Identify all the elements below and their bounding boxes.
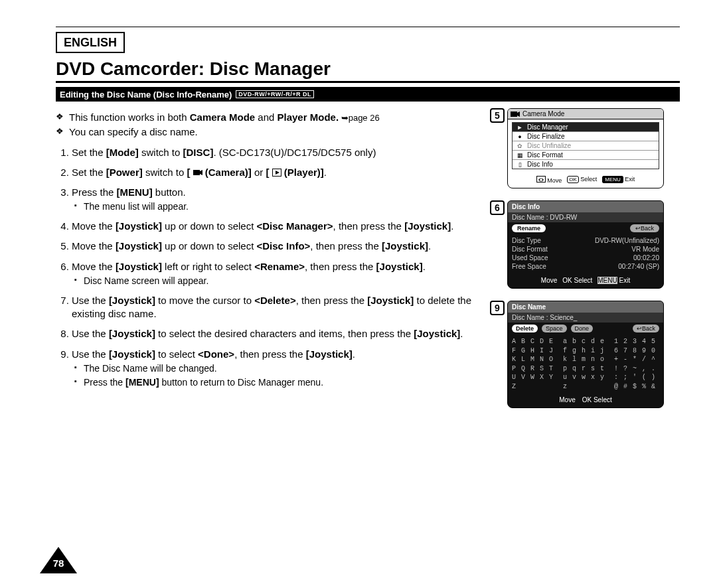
screen9-disc-name: Disc Name : Science_ <box>508 313 663 323</box>
rename-button[interactable]: Rename <box>512 224 546 232</box>
disc-unfinalize-icon: ✿ <box>515 143 524 149</box>
kb-row: U V W X Y u v w x y : ; ' ( ) <box>512 374 656 381</box>
media-types-badge: DVD-RW/+RW/-R/+R DL <box>236 90 314 98</box>
language-badge: ENGLISH <box>56 32 125 53</box>
step-5: Move the [Joystick] up or down to select… <box>72 240 498 253</box>
figure-number-6: 6 <box>490 200 505 215</box>
kb-row: A B C D E a b c d e 1 2 3 4 5 <box>512 338 656 345</box>
content-columns: This function works in both Camera Mode … <box>56 108 680 420</box>
screen5-title-bar: Camera Mode <box>508 109 663 119</box>
ok-key-icon: OK <box>582 396 592 404</box>
screen6-details: Disc TypeDVD-RW(Unfinalized) Disc Format… <box>508 234 663 274</box>
screen6-disc-name: Disc Name : DVD-RW <box>508 212 663 222</box>
page-number-value: 78 <box>40 557 77 569</box>
figure-6: 6 Disc Info Disc Name : DVD-RW Rename ↩B… <box>507 200 680 289</box>
ok-key-icon: OK <box>567 176 579 183</box>
step-7: Use the [Joystick] to move the cursor to… <box>72 294 498 321</box>
kb-row: K L M N O k l m n o + - * / ^ <box>512 356 656 363</box>
kb-row: P Q R S T p q r s t ! ? ~ , . <box>512 365 656 372</box>
player-icon <box>272 169 281 177</box>
info-row-disc-format: Disc FormatVR Mode <box>512 246 659 253</box>
svg-marker-1 <box>200 170 202 175</box>
step-8: Use the [Joystick] to select the desired… <box>72 327 498 340</box>
menu-item-disc-info[interactable]: ▯Disc Info <box>513 159 659 169</box>
page-number: 78 <box>40 547 77 573</box>
kb-row: F G H I J f g h i j 6 7 8 9 0 <box>512 347 656 354</box>
menu-item-disc-unfinalize: ✿Disc Unfinalize <box>513 141 659 150</box>
info-row-disc-type: Disc TypeDVD-RW(Unfinalized) <box>512 237 659 244</box>
steps-list: Set the [Mode] switch to [DISC]. (SC-DC1… <box>56 146 498 389</box>
screen-disc-name-keyboard: Disc Name Disc Name : Science_ Delete Sp… <box>507 301 664 408</box>
figure-number-5: 5 <box>490 108 505 123</box>
svg-rect-0 <box>193 170 200 175</box>
step-9: Use the [Joystick] to select <Done>, the… <box>72 348 498 389</box>
step-2: Set the [Power] switch to [ (Camera)] or… <box>72 166 498 179</box>
figure-9: 9 Disc Name Disc Name : Science_ Delete … <box>507 301 680 408</box>
camera-icon <box>511 111 520 117</box>
disc-manager-icon: ► <box>515 124 524 131</box>
disc-finalize-icon: ● <box>515 133 524 140</box>
page-title: DVD Camcorder: Disc Manager <box>56 58 680 83</box>
intro-bullet-2: You can specify a disc name. <box>69 125 498 139</box>
step-6-sub: Disc Name screen will appear. <box>84 275 498 287</box>
screen6-button-row: Rename ↩Back <box>508 222 663 234</box>
menu-key-icon: MENU <box>598 277 617 284</box>
step-3: Press the [MENU] button. The menu list w… <box>72 186 498 213</box>
manual-page: ENGLISH DVD Camcorder: Disc Manager Edit… <box>0 0 717 588</box>
info-row-free-space: Free Space00:27:40 (SP) <box>512 263 659 270</box>
section-header: Editing the Disc Name (Disc Info-Rename)… <box>56 87 680 102</box>
disc-format-icon: ▦ <box>515 152 524 159</box>
step-6: Move the [Joystick] left or right to sel… <box>72 260 498 287</box>
screen9-title: Disc Name <box>508 301 663 313</box>
info-row-used-space: Used Space00:02:20 <box>512 254 659 261</box>
figures-column: 5 Camera Mode ►Disc Manager ●Disc Finali… <box>507 108 680 420</box>
joystick-arrows-icon <box>536 176 546 183</box>
step-9-sub-1: The Disc Name will be changed. <box>84 362 498 375</box>
step-9-sub-2: Press the [MENU] button to return to Dis… <box>84 376 498 389</box>
done-button[interactable]: Done <box>571 325 594 332</box>
space-button[interactable]: Space <box>542 325 567 332</box>
menu-item-disc-finalize[interactable]: ●Disc Finalize <box>513 131 659 141</box>
instructions-column: This function works in both Camera Mode … <box>56 108 498 420</box>
svg-rect-4 <box>511 111 517 117</box>
disc-info-icon: ▯ <box>515 161 524 168</box>
step-4: Move the [Joystick] up or down to select… <box>72 220 498 233</box>
kb-row: Z z @ # $ % & <box>512 383 656 390</box>
section-title: Editing the Disc Name (Disc Info-Rename) <box>60 90 232 100</box>
back-button[interactable]: ↩Back <box>633 325 659 332</box>
figure-number-9: 9 <box>490 301 505 315</box>
screen5-nav-hints: Move OK Select MENU Exit <box>508 173 663 188</box>
menu-item-disc-manager[interactable]: ►Disc Manager <box>513 123 659 131</box>
menu-item-disc-format[interactable]: ▦Disc Format <box>513 150 659 159</box>
delete-button[interactable]: Delete <box>512 325 538 332</box>
screen6-title: Disc Info <box>508 201 663 212</box>
step-1: Set the [Mode] switch to [DISC]. (SC-DC1… <box>72 146 498 159</box>
screen-disc-info: Disc Info Disc Name : DVD-RW Rename ↩Bac… <box>507 200 664 289</box>
svg-marker-5 <box>517 111 520 117</box>
screen5-menu-list: ►Disc Manager ●Disc Finalize ✿Disc Unfin… <box>512 122 659 169</box>
ok-key-icon: OK <box>562 277 572 284</box>
menu-key-icon: MENU <box>602 176 623 183</box>
screen9-nav-hints: Move OK Select <box>508 394 663 407</box>
screen5-mode-label: Camera Mode <box>522 110 564 117</box>
onscreen-keyboard[interactable]: A B C D E a b c d e 1 2 3 4 5 F G H I J … <box>508 334 663 394</box>
figure-5: 5 Camera Mode ►Disc Manager ●Disc Finali… <box>507 108 680 188</box>
intro-bullet-1: This function works in both Camera Mode … <box>69 111 498 124</box>
intro-bullets: This function works in both Camera Mode … <box>56 111 498 139</box>
svg-marker-3 <box>276 171 279 175</box>
back-button[interactable]: ↩Back <box>630 224 659 232</box>
step-3-sub: The menu list will appear. <box>84 200 498 213</box>
screen-camera-menu: Camera Mode ►Disc Manager ●Disc Finalize… <box>507 108 664 188</box>
screen6-nav-hints: Move OK Select MENU Exit <box>508 274 663 288</box>
screen9-button-row: Delete Space Done ↩Back <box>508 323 663 334</box>
camera-icon <box>193 169 202 177</box>
